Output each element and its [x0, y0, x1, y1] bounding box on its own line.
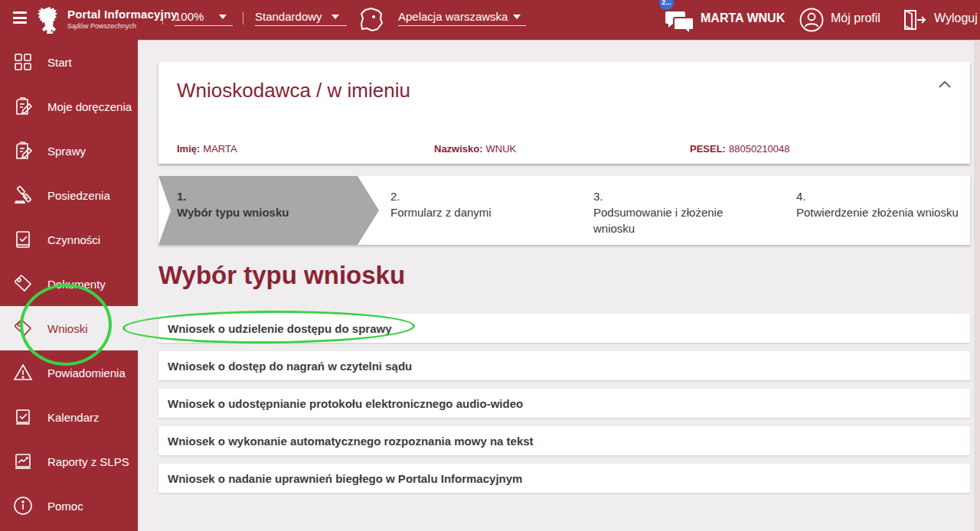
sidebar-item-label: Posiedzenia [47, 189, 110, 202]
clipboard-edit-icon [11, 139, 34, 162]
logout-door-icon [902, 8, 928, 32]
wizard-step-2: 2. Formularz z danymi [390, 176, 574, 245]
sidebar-item-dokumenty[interactable]: Dokumenty [0, 262, 138, 306]
sidebar-item-label: Raporty z SLPS [47, 455, 129, 468]
zoom-level-dropdown[interactable]: 100% [175, 0, 233, 40]
wizard-steps: 1. Wybór typu wniosku 2. Formularz z dan… [158, 176, 970, 245]
sidebar-item-label: Wnioski [47, 322, 88, 335]
sidebar-item-pomoc[interactable]: Pomoc [0, 484, 138, 528]
contrast-mode-value: Standardowy [255, 10, 322, 23]
field-value: MARTA [203, 143, 237, 155]
poland-map-icon [358, 7, 384, 33]
step-number: 1. [177, 188, 379, 204]
calendar-check-icon [11, 406, 34, 428]
document-check-icon [11, 228, 34, 251]
messages-button[interactable]: 2... MARTA WNUK [665, 0, 776, 40]
request-type-dostep-do-sprawy[interactable]: Wniosek o udzielenie dostępu do sprawy [158, 314, 970, 343]
sidebar-item-posiedzenia[interactable]: Posiedzenia [0, 173, 138, 217]
app-title: Portal Informacyjny [67, 8, 178, 21]
step-label: Potwierdzenie złożenia wniosku [796, 206, 959, 219]
app-subtitle: Sądów Powszechnych [67, 22, 178, 30]
step-number: 2. [390, 188, 574, 204]
request-type-nagrania-czytelnia[interactable]: Wniosek o dostęp do nagrań w czytelni są… [158, 351, 970, 380]
collapse-chevron-up-icon[interactable] [938, 79, 952, 90]
sidebar-item-label: Czynności [47, 233, 100, 246]
header-divider [243, 12, 243, 24]
field-value: WNUK [486, 143, 517, 155]
field-label: PESEL: [690, 143, 726, 155]
applicant-last-name: Nazwisko:WNUK [434, 143, 516, 155]
sidebar-item-start[interactable]: Start [0, 40, 138, 84]
chevron-down-icon [219, 15, 227, 19]
vertical-scrollbar[interactable] [974, 40, 980, 531]
sidebar-item-moje-doreczenia[interactable]: Moje doręczenia [0, 84, 138, 129]
request-type-rozpoznanie-mowy[interactable]: Wniosek o wykonanie automatycznego rozpo… [158, 426, 970, 455]
chevron-down-icon [332, 15, 339, 19]
wizard-step-1-active: 1. Wybór typu wniosku [158, 176, 379, 245]
step-label: Podsumowanie i złożenie wniosku [593, 206, 723, 235]
applicant-pesel: PESEL:88050210048 [690, 143, 790, 155]
wizard-step-3: 3. Podsumowanie i złożenie wniosku [593, 176, 731, 245]
request-type-list: Wniosek o udzielenie dostępu do sprawy W… [158, 314, 970, 501]
zoom-level-value: 100% [175, 10, 204, 23]
wizard-step-4: 4. Potwierdzenie złożenia wniosku [796, 176, 972, 245]
app-title-block: Portal Informacyjny Sądów Powszechnych [67, 8, 178, 30]
applicant-card: Wnioskodawca / w imieniu Imię:MARTA Nazw… [158, 62, 970, 164]
warning-icon [11, 361, 34, 384]
main-content: Wnioskodawca / w imieniu Imię:MARTA Nazw… [138, 40, 980, 531]
request-type-protokol-audio-wideo[interactable]: Wniosek o udostępnianie protokołu elektr… [158, 389, 970, 418]
sidebar-item-label: Sprawy [47, 145, 86, 158]
gavel-icon [11, 184, 34, 207]
apelacja-region-dropdown[interactable]: Apelacja warszawska [398, 0, 526, 40]
sidebar-item-powiadomienia[interactable]: Powiadomienia [0, 350, 138, 395]
contrast-mode-dropdown[interactable]: Standardowy [255, 0, 347, 40]
profile-label: Mój profil [831, 11, 880, 25]
logout-label: Wyloguj [934, 11, 978, 25]
hamburger-menu-icon[interactable] [13, 11, 28, 24]
field-value: 88050210048 [729, 143, 790, 155]
applicant-first-name: Imię:MARTA [177, 143, 237, 155]
step-label: Wybór typu wniosku [177, 206, 289, 219]
sidebar-item-label: Moje doręczenia [47, 100, 132, 113]
clipboard-edit-icon [11, 95, 34, 118]
profile-button[interactable]: Mój profil [799, 0, 883, 40]
apelacja-region-value: Apelacja warszawska [398, 10, 508, 23]
sidebar-item-wnioski[interactable]: Wnioski [0, 306, 138, 350]
sidebar-item-sprawy[interactable]: Sprawy [0, 129, 138, 173]
portal-informacyjny-window: Portal Informacyjny Sądów Powszechnych 1… [0, 0, 980, 531]
sidebar-item-label: Powiadomienia [47, 366, 126, 380]
chat-bubbles-icon [665, 7, 695, 34]
page-title: Wybór typu wniosku [158, 261, 405, 290]
sidebar-item-label: Kalendarz [47, 411, 100, 424]
tag-icon [11, 272, 34, 295]
request-type-uprawnienia-bieglego[interactable]: Wniosek o nadanie uprawnień biegłego w P… [158, 464, 970, 493]
logout-button[interactable]: Wyloguj [902, 0, 980, 40]
sidebar-item-raporty-slps[interactable]: Raporty z SLPS [0, 439, 138, 484]
info-icon [11, 494, 34, 517]
field-label: Imię: [177, 143, 200, 155]
user-name: MARTA WNUK [701, 11, 785, 25]
header-divider [162, 12, 163, 24]
tag-icon [11, 317, 34, 340]
sidebar-item-kalendarz[interactable]: Kalendarz [0, 395, 138, 439]
sidebar-item-czynnosci[interactable]: Czynności [0, 217, 138, 262]
chevron-down-icon [513, 15, 521, 19]
step-number: 4. [796, 188, 972, 204]
applicant-card-title: Wnioskodawca / w imieniu [177, 79, 410, 103]
report-chart-icon [11, 450, 34, 473]
grid-icon [11, 50, 34, 73]
step-number: 3. [593, 188, 731, 204]
top-bar: Portal Informacyjny Sądów Powszechnych 1… [0, 0, 980, 40]
sidebar-item-label: Start [47, 56, 72, 69]
sidebar-item-label: Dokumenty [47, 278, 106, 291]
step-label: Formularz z danymi [390, 206, 492, 219]
sidebar-nav: Start Moje doręczenia Sprawy Posiedzenia [0, 40, 138, 531]
user-circle-icon [799, 7, 825, 33]
polish-eagle-logo-icon [37, 5, 63, 35]
sidebar-item-label: Pomoc [47, 500, 83, 513]
field-label: Nazwisko: [434, 143, 483, 155]
